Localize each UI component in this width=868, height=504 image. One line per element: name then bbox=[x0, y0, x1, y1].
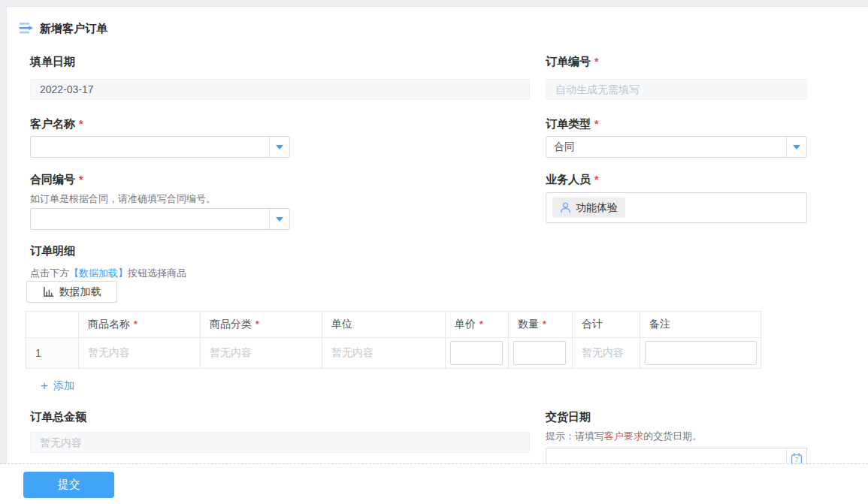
salesperson-required: * bbox=[594, 174, 598, 186]
add-row-label: 添加 bbox=[53, 379, 74, 393]
delivery-date-label: 交货日期 bbox=[546, 410, 591, 424]
order-type-select-value: 合同 bbox=[546, 137, 786, 157]
col-index bbox=[26, 312, 79, 338]
order-type-required: * bbox=[594, 118, 598, 130]
order-detail-help-em: 【数据加载】 bbox=[69, 267, 128, 279]
order-detail-label: 订单明细 bbox=[30, 244, 75, 258]
order-no-required: * bbox=[594, 56, 598, 68]
delivery-hint-prefix: 提示：请填写 bbox=[546, 430, 604, 442]
contract-no-select-arrow[interactable] bbox=[269, 209, 289, 229]
row-quantity-input[interactable] bbox=[513, 341, 566, 365]
order-detail-help-suffix: 按钮选择商品 bbox=[128, 267, 186, 279]
data-load-button[interactable]: 数据加载 bbox=[26, 281, 117, 303]
order-type-select[interactable]: 合同 bbox=[546, 136, 807, 158]
order-total-input[interactable] bbox=[30, 432, 530, 453]
col-product-name: 商品名称* bbox=[79, 312, 201, 338]
col-required: * bbox=[543, 319, 546, 330]
bar-chart-icon bbox=[43, 286, 54, 297]
col-required: * bbox=[479, 319, 483, 330]
col-category: 商品分类* bbox=[201, 312, 322, 338]
contract-no-help: 如订单是根据合同，请准确填写合同编号。 bbox=[30, 192, 216, 206]
col-remark: 备注 bbox=[640, 312, 761, 338]
col-required: * bbox=[256, 319, 259, 330]
delivery-hint-suffix: 的交货日期。 bbox=[643, 430, 702, 442]
fill-date-input[interactable] bbox=[30, 79, 530, 100]
salesperson-label: 业务人员 bbox=[546, 173, 591, 186]
row-product-name[interactable]: 暂无内容 bbox=[79, 338, 201, 369]
contract-no-select[interactable] bbox=[30, 208, 290, 230]
customer-required: * bbox=[79, 118, 83, 130]
contract-no-required: * bbox=[79, 174, 83, 186]
order-type-select-arrow[interactable] bbox=[786, 137, 806, 157]
customer-select[interactable] bbox=[30, 136, 290, 158]
person-icon bbox=[560, 202, 571, 213]
order-no-label: 订单编号 bbox=[546, 55, 591, 68]
delivery-date-hint: 提示：请填写客户要求的交货日期。 bbox=[546, 430, 702, 443]
salesperson-field[interactable]: 功能体验 bbox=[546, 192, 807, 223]
table-header-row: 商品名称* 商品分类* 单位 单价* 数量* 合计 备注 bbox=[26, 312, 761, 338]
add-row-button[interactable]: + 添加 bbox=[41, 379, 74, 393]
page: 新增客户订单 填单日期 订单编号* 客户名称* 订单类型* 合同 合同编 bbox=[0, 0, 868, 504]
col-unit-price: 单价* bbox=[446, 312, 509, 338]
order-total-label: 订单总金额 bbox=[30, 410, 86, 424]
row-category[interactable]: 暂无内容 bbox=[201, 338, 322, 369]
order-detail-help: 点击下方【数据加载】按钮选择商品 bbox=[30, 267, 186, 280]
submit-button[interactable]: 提交 bbox=[23, 472, 114, 498]
col-required: * bbox=[134, 319, 138, 330]
row-total: 暂无内容 bbox=[573, 338, 640, 369]
customer-label: 客户名称 bbox=[30, 117, 75, 130]
footer-bar: 提交 bbox=[0, 463, 868, 504]
page-title: 新增客户订单 bbox=[40, 22, 107, 36]
order-detail-help-prefix: 点击下方 bbox=[30, 267, 69, 279]
col-quantity: 数量* bbox=[509, 312, 573, 338]
plus-icon: + bbox=[41, 381, 48, 391]
menu-icon[interactable] bbox=[19, 22, 34, 37]
fill-date-label: 填单日期 bbox=[30, 55, 75, 69]
row-unit-price-input[interactable] bbox=[450, 341, 503, 365]
contract-no-select-value bbox=[31, 209, 269, 229]
customer-select-arrow[interactable] bbox=[269, 137, 289, 157]
chevron-down-icon bbox=[276, 145, 283, 149]
salesperson-tag[interactable]: 功能体验 bbox=[552, 198, 625, 218]
row-unit[interactable]: 暂无内容 bbox=[322, 338, 446, 369]
customer-select-value bbox=[31, 137, 269, 157]
order-no-input[interactable] bbox=[546, 79, 807, 100]
col-unit: 单位 bbox=[322, 312, 446, 338]
row-remark-input[interactable] bbox=[645, 341, 757, 365]
order-type-label: 订单类型 bbox=[546, 117, 591, 130]
salesperson-tag-label: 功能体验 bbox=[576, 201, 618, 215]
svg-text:7: 7 bbox=[795, 456, 799, 463]
delivery-hint-em: 客户要求 bbox=[604, 430, 643, 442]
form-card: 新增客户订单 填单日期 订单编号* 客户名称* 订单类型* 合同 合同编 bbox=[6, 6, 868, 463]
table-row: 1 暂无内容 暂无内容 暂无内容 暂无内容 bbox=[26, 338, 761, 369]
row-index: 1 bbox=[26, 338, 79, 369]
col-total: 合计 bbox=[573, 312, 640, 338]
contract-no-label: 合同编号 bbox=[30, 173, 75, 186]
chevron-down-icon bbox=[793, 145, 800, 149]
data-load-button-label: 数据加载 bbox=[59, 285, 101, 299]
order-detail-table: 商品名称* 商品分类* 单位 单价* 数量* 合计 备注 1 暂无内容 暂无内容… bbox=[26, 311, 761, 369]
chevron-down-icon bbox=[276, 217, 283, 222]
